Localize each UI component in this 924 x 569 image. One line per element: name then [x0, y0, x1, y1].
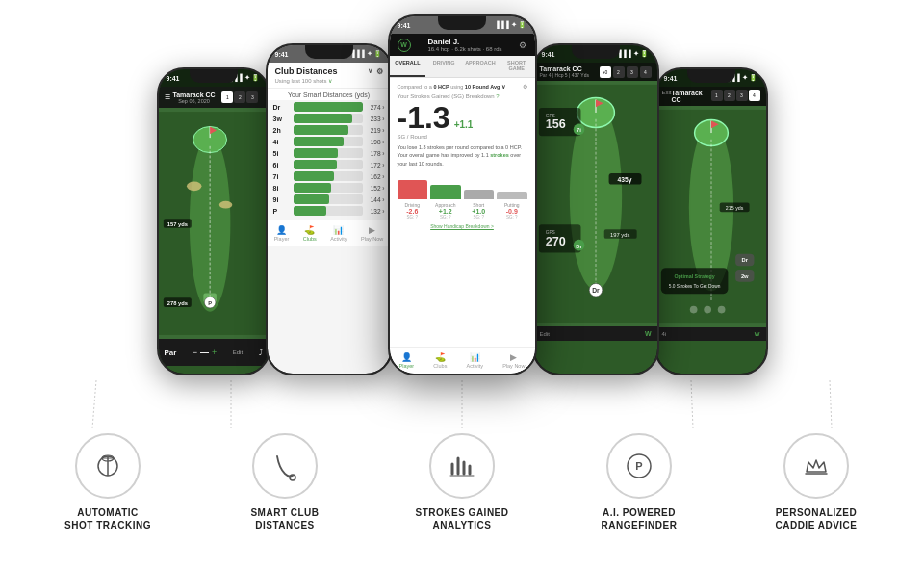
strokes-icon-circle — [429, 433, 495, 499]
phone5-hole-tabs: 1 2 3 4 — [711, 90, 760, 103]
club-row-7i[interactable]: 7i 162 › — [273, 171, 385, 181]
phone2-tab-activity[interactable]: 📊 Activity — [330, 225, 346, 242]
phone4-tab-active[interactable]: +0 — [600, 66, 611, 78]
svg-text:156: 156 — [545, 117, 565, 131]
phone1-tab2[interactable]: 2 — [234, 91, 245, 103]
activity-icon: 📊 — [333, 225, 344, 235]
p3-play-icon: ▶ — [510, 352, 517, 362]
tab-driving[interactable]: DRIVING — [425, 56, 462, 77]
phone5-logo: W — [755, 331, 760, 337]
show-breakdown[interactable]: Show Handicap Breakdown > — [398, 223, 527, 229]
phone3-tabs: OVERALL DRIVING APPROACH SHORT GAME — [390, 56, 535, 78]
sg-bars — [398, 175, 527, 199]
phone5-tab1[interactable]: 1 — [711, 90, 723, 101]
club-row-p[interactable]: P 132 › — [273, 206, 385, 216]
sg-desc: You lose 1.3 strokes per round compared … — [398, 143, 527, 168]
filter-icon[interactable]: ⚙ — [523, 84, 527, 90]
phones-row: 9:41 ▐▐▐ ✦ 🔋 ☰ Tamarack CC Sep 06, 2020 … — [0, 0, 924, 375]
w-logo: W — [400, 41, 407, 48]
playnow-icon: ▶ — [369, 225, 375, 235]
club-bar-wrap — [294, 137, 363, 146]
svg-point-5 — [218, 201, 232, 209]
tab-shortgame[interactable]: SHORT GAME — [499, 56, 535, 77]
phone2-title-text: Club Distances — [275, 66, 338, 76]
phone1-minus[interactable]: − — [192, 348, 197, 357]
sg-cat-driving: Driving -2.6 SG: ? — [398, 202, 428, 220]
club-row-6i[interactable]: 6i 172 › — [273, 160, 385, 169]
svg-point-49 — [717, 306, 725, 314]
phone3-logo: W — [398, 39, 411, 52]
phone2-tab-clubs[interactable]: ⛳ Clubs — [303, 225, 317, 242]
phone4-tab2[interactable]: 2 — [613, 66, 625, 78]
club-bar — [294, 114, 352, 123]
phone5-map: 215 yds Dr 2w Optimal S — [656, 106, 766, 327]
phone3-tab-player[interactable]: 👤 Player — [399, 352, 415, 369]
phone2-tab-player[interactable]: 👤 Player — [274, 225, 290, 242]
phone1-plus[interactable]: + — [212, 348, 217, 357]
svg-text:Dr: Dr — [592, 287, 600, 294]
phone4-header: Tamarack CC Par 4 | Hcp 5 | 437 Yds +0 2… — [534, 63, 657, 81]
phone5-tab3[interactable]: 3 — [736, 90, 748, 101]
phone3-signal: ▐▐▐ ✦ 🔋 — [495, 21, 527, 29]
phone2-filter[interactable]: ⚙ — [376, 67, 383, 76]
svg-text:215 yds: 215 yds — [725, 205, 743, 211]
club-bar — [294, 206, 327, 216]
club-name: 3w — [273, 116, 291, 122]
phone3-username: Daniel J. — [427, 38, 501, 46]
phone1-tab3[interactable]: 3 — [246, 91, 258, 103]
phone2-notch — [305, 45, 353, 59]
club-row-5i[interactable]: 5i 178 › — [273, 148, 385, 158]
club-row-4i[interactable]: 4i 198 › — [273, 137, 385, 146]
bars-icon — [445, 449, 479, 483]
phone3-tab-activity[interactable]: 📊 Activity — [467, 352, 483, 369]
svg-line-59 — [830, 380, 832, 428]
phone4-edit[interactable]: Edit — [540, 331, 550, 337]
club-bar-wrap — [294, 171, 363, 181]
phone3-tab-clubs[interactable]: ⛳ Clubs — [433, 352, 447, 369]
phone5-wrapper: 9:41 ▐▐▐ ✦ 🔋 Exit Tamarack CC 1 2 3 4 — [659, 67, 768, 375]
phone2-wrapper: 9:41 ▐▐▐ ✦ 🔋 Club Distances ∨ ⚙ Usin — [266, 43, 388, 375]
svg-text:197 yds: 197 yds — [610, 232, 629, 238]
svg-text:435y: 435y — [617, 176, 631, 184]
phone1-share[interactable]: ⤴ — [259, 349, 263, 357]
phone4-signal: ▐▐▐ ✦ 🔋 — [617, 50, 650, 58]
phone2-chevron[interactable]: ∨ — [368, 67, 372, 75]
phone2-tab-playnow[interactable]: ▶ Play Now — [361, 225, 383, 242]
club-row-9i[interactable]: 9i 144 › — [273, 194, 385, 204]
phone3-tab-playnow[interactable]: ▶ Play Now — [502, 352, 525, 369]
tab-overall[interactable]: OVERALL — [390, 56, 426, 77]
phone1-edit[interactable]: Edit — [233, 349, 243, 355]
sg-cat-approach: Approach +1.2 SG: ? — [430, 202, 461, 220]
club-yds: 233 › — [366, 116, 385, 122]
phone4-time: 9:41 — [542, 51, 555, 58]
phone5-tab4[interactable]: 4 — [749, 90, 760, 101]
phone1: 9:41 ▐▐▐ ✦ 🔋 ☰ Tamarack CC Sep 06, 2020 … — [157, 67, 270, 375]
club-row-2h[interactable]: 2h 219 › — [273, 125, 385, 135]
auto-shot-label: AUTOMATICSHOT TRACKING — [64, 506, 151, 531]
feature-rangefinder: P A.I. POWEREDRANGEFINDER — [551, 433, 728, 531]
club-bar — [294, 137, 344, 146]
phone4-tab3[interactable]: 3 — [627, 66, 638, 78]
phone3-time: 9:41 — [398, 22, 411, 29]
tab-approach[interactable]: APPROACH — [462, 56, 499, 77]
feature-smart-club: SMART CLUBDISTANCES — [196, 433, 373, 531]
svg-text:Dr: Dr — [741, 257, 748, 263]
club-name: 9i — [273, 196, 291, 203]
club-row-3w[interactable]: 3w 233 › — [273, 114, 385, 123]
svg-rect-50 — [660, 268, 728, 294]
phone3-settings[interactable]: ⚙ — [519, 40, 526, 50]
sg-cat-putting: Putting -0.9 SG: ? — [497, 202, 527, 220]
club-row-8i[interactable]: 8i 152 › — [273, 183, 385, 193]
sg-value: -1.3 — [398, 102, 450, 133]
phone5-exit[interactable]: Exit — [662, 90, 672, 103]
phone3: 9:41 ▐▐▐ ✦ 🔋 W Daniel J. 16.4 hcp · 6.2k… — [388, 14, 537, 375]
phone1-tab1[interactable]: 1 — [221, 91, 233, 103]
phone4-tab4[interactable]: 4 — [640, 66, 652, 78]
feature-caddie: PERSONALIZEDCADDIE ADVICE — [728, 433, 905, 531]
club-row-dr[interactable]: Dr 274 › — [273, 102, 385, 112]
phone5-tab2[interactable]: 2 — [724, 90, 735, 101]
sg-categories: Driving -2.6 SG: ? Approach +1.2 SG: ? S… — [398, 202, 527, 220]
club-yds: 219 › — [366, 127, 385, 134]
phone5-label: 4i — [662, 331, 667, 337]
phone1-menu-icon[interactable]: ☰ — [165, 93, 170, 101]
